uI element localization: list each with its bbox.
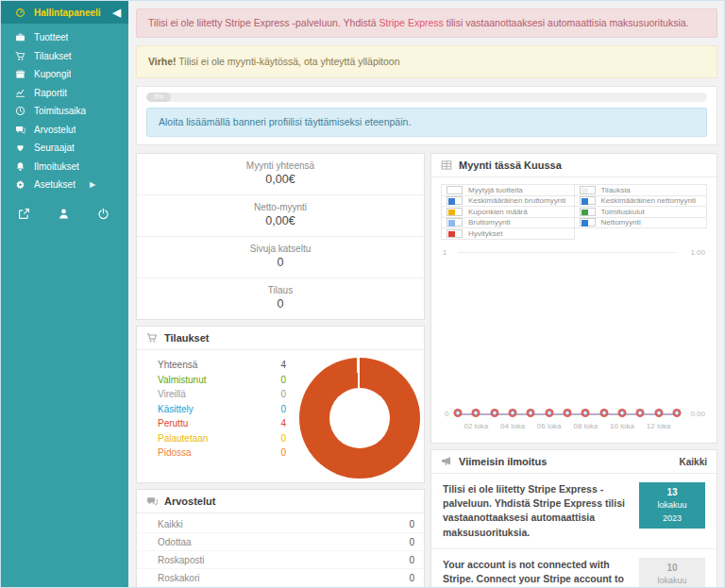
announcement-date-badge: 13 lokakuu 2023 [639, 482, 705, 529]
power-icon[interactable] [97, 208, 110, 220]
data-point-marker [601, 411, 606, 415]
announcement-year: 2023 [663, 513, 682, 523]
legend-item[interactable]: Keskimääräinen bruttomyynti [441, 195, 575, 208]
data-point-marker [547, 411, 551, 415]
legend-label: Kuponkien määrä [468, 208, 528, 216]
sidebar-item-tuotteet[interactable]: Tuotteet [1, 28, 128, 47]
order-status-row: Vireillä0 [158, 387, 286, 402]
review-row: Roskakori0 [137, 569, 424, 586]
stripe-alert-text-suffix: tilisi vastaanottaaksesi automaattisia m… [444, 17, 689, 28]
review-row-label[interactable]: Odottaa [158, 536, 192, 548]
x-tick-label: 10 loka [610, 422, 634, 430]
orders-panel-title: Tilaukset [164, 332, 210, 344]
y-axis-left-bottom-label: 0 [445, 410, 448, 418]
announcement-row[interactable]: Tilisi ei ole liitetty Stripe Express -p… [431, 474, 717, 549]
external-link-icon[interactable] [18, 208, 30, 220]
data-point-marker [675, 411, 680, 415]
sidebar-item-toimitusaika[interactable]: Toimitusaika [1, 102, 128, 121]
sidebar-item-raportit[interactable]: Raportit [1, 84, 128, 103]
legend-item[interactable]: Hyvitykset [441, 227, 575, 240]
sidebar-item-label: Tilaukset [34, 51, 72, 61]
x-tick-label: 08 loka [573, 422, 598, 430]
order-status-row: Yhteensä4 [158, 358, 286, 373]
announcements-all-link[interactable]: Kaikki [680, 457, 707, 467]
data-point-marker [620, 411, 625, 415]
gift-icon [15, 69, 25, 79]
order-status-count: 0 [280, 387, 286, 402]
chart-icon [15, 88, 25, 98]
sidebar-item-arvostelut[interactable]: Arvostelut [1, 121, 128, 140]
error-alert-bold: Virhe! [148, 56, 177, 67]
announcements-panel: Viimeisin ilmoitus Kaikki Tilisi ei ole … [430, 449, 717, 588]
stripe-alert-text: Tilisi ei ole liitetty Stripe Express -p… [148, 17, 379, 28]
metric-net-sales: Netto-myynti 0,00€ [137, 195, 424, 237]
legend-label: Nettomyynti [601, 218, 641, 227]
heart-icon [15, 143, 25, 153]
banner-info-alert: Aloita lisäämällä banneri profiilisi täy… [146, 108, 707, 137]
review-row: Kaikki0 [137, 515, 424, 533]
order-status-row: Käsittely0 [158, 402, 286, 417]
sidebar-item-tilaukset[interactable]: Tilaukset [1, 47, 128, 66]
order-status-label[interactable]: Palautetaan [158, 431, 208, 446]
order-status-label[interactable]: Valmistunut [158, 373, 207, 388]
sidebar-item-kupongit[interactable]: Kupongit [1, 65, 128, 84]
review-row-count: 0 [409, 518, 414, 530]
dashboard-page: Hallintapaneeli ◀ Tuotteet Tilaukset Kup… [0, 0, 725, 588]
order-status-label[interactable]: Käsittely [158, 402, 194, 417]
review-row-label[interactable]: Roskakori [158, 572, 199, 584]
metric-label: Myynti yhteensä [137, 160, 424, 172]
sidebar-collapse-icon[interactable]: ◀ [113, 8, 121, 18]
legend-label: Keskimääräinen bruttomyynti [468, 196, 565, 205]
legend-swatch-icon [580, 186, 596, 194]
order-status-label[interactable]: Yhteensä [158, 358, 197, 373]
order-status-count: 0 [280, 431, 286, 446]
data-point-marker [492, 411, 497, 415]
legend-swatch-icon [447, 218, 463, 227]
dashboard-icon [15, 8, 25, 18]
legend-swatch-icon [447, 208, 463, 216]
reviews-panel: Arvostelut Kaikki0 Odottaa0 Roskaposti0 … [136, 489, 425, 588]
legend-label: Bruttomyynti [468, 218, 510, 227]
metric-value: 0 [137, 296, 424, 312]
sidebar-item-hallintapaneeli[interactable]: Hallintapaneeli ◀ [1, 1, 128, 24]
user-icon[interactable] [58, 208, 70, 220]
review-row: Odottaa0 [137, 533, 424, 551]
orders-panel: Tilaukset Yhteensä4 Valmistunut0 Vireill… [136, 326, 425, 483]
order-status-label[interactable]: Vireillä [158, 387, 186, 402]
megaphone-icon [441, 456, 452, 467]
announcement-month: lokakuu [657, 500, 686, 510]
sidebar: Hallintapaneeli ◀ Tuotteet Tilaukset Kup… [1, 1, 128, 587]
gear-icon [15, 179, 25, 190]
metric-value: 0 [137, 255, 424, 271]
order-status-label[interactable]: Peruttu [158, 416, 188, 431]
order-status-label[interactable]: Pidossa [158, 445, 192, 461]
x-tick-label: 12 loka [647, 422, 671, 430]
announcement-month: lokakuu [657, 576, 686, 585]
announcement-row[interactable]: Your account is not connected with Strip… [431, 549, 717, 588]
review-row-label[interactable]: Roskaposti [158, 554, 204, 566]
comments-icon [146, 496, 158, 507]
legend-item[interactable]: Nettomyynti [574, 217, 708, 229]
sidebar-item-seuraajat[interactable]: Seuraajat [1, 139, 128, 158]
sidebar-item-ilmoitukset[interactable]: Ilmoitukset [1, 158, 128, 176]
sidebar-item-label: Hallintapaneeli [34, 8, 101, 18]
y-axis-right-bottom-label: 0.00 [690, 410, 705, 418]
bell-icon [15, 161, 25, 172]
review-row: Roskaposti0 [137, 551, 424, 569]
stripe-express-link[interactable]: Stripe Express [379, 17, 444, 28]
metric-label: Tilaus [137, 284, 424, 296]
data-point-marker [456, 411, 461, 415]
order-status-count: 0 [280, 445, 286, 461]
legend-swatch-icon [447, 196, 463, 205]
order-status-row: Pidossa0 [158, 445, 286, 461]
order-status-count: 0 [280, 373, 286, 388]
comments-icon [15, 125, 25, 135]
legend-item[interactable]: Keskimääräinen nettomyynti [574, 195, 708, 208]
x-tick-label: 04 loka [500, 422, 525, 430]
order-status-count: 4 [280, 358, 286, 373]
announcement-text: Your account is not connected with Strip… [443, 558, 628, 588]
review-row-label[interactable]: Kaikki [158, 518, 183, 530]
metric-label: Sivuja katseltu [137, 243, 424, 255]
sidebar-item-label: Tuotteet [34, 32, 68, 42]
sidebar-item-asetukset[interactable]: Asetukset ▶ [1, 176, 128, 194]
